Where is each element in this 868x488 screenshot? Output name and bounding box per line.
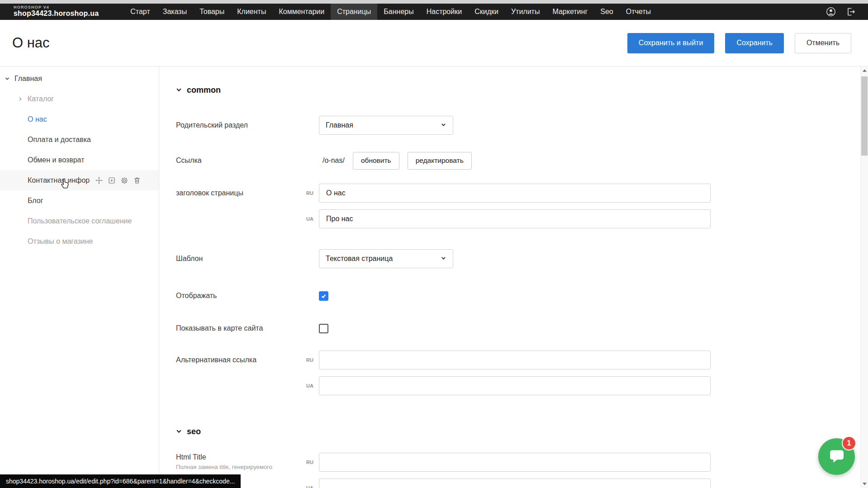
- chevron-down-icon: [176, 427, 182, 436]
- top-navigation-bar: HOROSHOP V4 shop34423.horoshop.ua Старт …: [0, 4, 868, 20]
- link-edit-button[interactable]: редактировать: [408, 152, 472, 170]
- sitemap-label: Показывать в карте сайта: [176, 324, 304, 332]
- page-title: О нас: [12, 35, 50, 51]
- page-title-group: заголовок страницы RU UA: [176, 184, 868, 228]
- template-select[interactable]: Текстовая страница: [319, 249, 453, 268]
- page-title-ua-input[interactable]: [319, 209, 711, 228]
- nav-item-utilities[interactable]: Утилиты: [505, 4, 546, 20]
- tree-item-actions: [95, 176, 141, 185]
- main-menu: Старт Заказы Товары Клиенты Комментарии …: [124, 4, 657, 20]
- html-title-ru-input[interactable]: [319, 453, 711, 472]
- tree-item-label: Контактная инфор: [28, 176, 90, 185]
- vertical-scrollbar[interactable]: [860, 66, 868, 488]
- link-row: Ссылка /o-nas/ обновить редактировать: [176, 151, 868, 170]
- alt-link-group: Альтернативная ссылка RU UA: [176, 351, 868, 395]
- nav-item-seo[interactable]: Seo: [594, 4, 619, 20]
- html-title-hint: Полная замена title, генерируемого: [176, 464, 304, 471]
- add-icon[interactable]: [108, 176, 116, 185]
- parent-section-row: Родительский раздел Главная: [176, 116, 868, 135]
- chevron-down-icon: [176, 85, 182, 95]
- tree-item-label: Каталог: [28, 95, 54, 103]
- section-title: common: [187, 85, 221, 95]
- section-seo-header[interactable]: seo: [176, 427, 868, 436]
- html-title-group: Html Title Полная замена title, генериру…: [176, 453, 868, 488]
- status-url-tooltip: shop34423.horoshop.ua/edit/edit.php?id=6…: [0, 474, 241, 488]
- save-and-exit-button[interactable]: Сохранить и выйти: [627, 33, 715, 53]
- scrollbar-thumb[interactable]: [861, 76, 868, 156]
- header-actions: Сохранить и выйти Сохранить Отменить: [627, 33, 851, 53]
- nav-item-comments[interactable]: Комментарии: [272, 4, 331, 20]
- alt-link-label: Альтернативная ссылка: [176, 356, 304, 364]
- lang-ua-badge: UA: [304, 216, 319, 222]
- tree-item-label: Обмен и возврат: [28, 156, 84, 164]
- page-title-label: заголовок страницы: [176, 189, 304, 197]
- topbar-right-controls: [825, 6, 856, 17]
- tree-item-label: Оплата и доставка: [28, 136, 91, 144]
- delete-icon[interactable]: [133, 176, 141, 185]
- brand-logo[interactable]: HOROSHOP V4 shop34423.horoshop.ua: [14, 5, 99, 17]
- section-title: seo: [187, 427, 201, 436]
- chevron-down-icon: [441, 121, 446, 129]
- display-row: Отображать: [176, 286, 868, 305]
- parent-section-label: Родительский раздел: [176, 121, 304, 129]
- content-area: Главная Каталог О нас Оплата и доставка …: [0, 66, 868, 488]
- scrollbar-down-arrow[interactable]: [861, 480, 868, 488]
- page-title-ru-input[interactable]: [319, 184, 711, 203]
- sidebar-item-katalog[interactable]: Каталог: [0, 89, 159, 109]
- nav-item-banners[interactable]: Баннеры: [377, 4, 420, 20]
- tree-item-label: Блог: [28, 197, 43, 205]
- sidebar-item-otzyvy-o-magazine[interactable]: Отзывы о магазине: [0, 231, 159, 251]
- sitemap-row: Показывать в карте сайта: [176, 319, 868, 338]
- nav-item-settings[interactable]: Настройки: [420, 4, 468, 20]
- settings-icon[interactable]: [120, 176, 128, 185]
- select-value: Текстовая страница: [326, 255, 393, 263]
- html-title-ua-input[interactable]: [319, 479, 711, 488]
- scrollbar-up-arrow[interactable]: [861, 66, 868, 75]
- save-button[interactable]: Сохранить: [725, 33, 784, 53]
- account-icon[interactable]: [825, 6, 836, 17]
- nav-item-pages[interactable]: Страницы: [331, 4, 377, 20]
- chat-bubble-icon: [828, 447, 846, 467]
- chat-widget-button[interactable]: 1: [818, 438, 855, 475]
- tree-item-label: Отзывы о магазине: [28, 237, 93, 246]
- sidebar-item-o-nas[interactable]: О нас: [0, 109, 159, 129]
- nav-item-orders[interactable]: Заказы: [157, 4, 193, 20]
- nav-item-products[interactable]: Товары: [193, 4, 231, 20]
- sidebar-item-polzovatelskoe-soglashenie[interactable]: Пользовательское соглашение: [0, 211, 159, 231]
- app-window: HOROSHOP V4 shop34423.horoshop.ua Старт …: [0, 0, 868, 488]
- alt-link-ru-input[interactable]: [319, 351, 711, 370]
- cancel-button[interactable]: Отменить: [795, 33, 851, 53]
- display-checkbox[interactable]: [319, 291, 328, 301]
- nav-item-start[interactable]: Старт: [124, 4, 156, 20]
- chevron-right-icon[interactable]: [18, 96, 28, 102]
- nav-item-clients[interactable]: Клиенты: [231, 4, 272, 20]
- move-icon[interactable]: [95, 176, 103, 185]
- shop-domain-label: shop34423.horoshop.ua: [14, 10, 99, 18]
- lang-ru-badge: RU: [304, 460, 319, 465]
- capture-edge-strip: [0, 0, 868, 4]
- sidebar-item-glavnaya[interactable]: Главная: [0, 68, 159, 89]
- link-refresh-button[interactable]: обновить: [353, 152, 399, 170]
- parent-section-select[interactable]: Главная: [319, 116, 453, 135]
- chevron-down-icon[interactable]: [5, 76, 14, 81]
- alt-link-ua-input[interactable]: [319, 376, 711, 395]
- nav-item-reports[interactable]: Отчеты: [620, 4, 657, 20]
- link-label: Ссылка: [176, 156, 304, 165]
- lang-ua-badge: UA: [304, 383, 319, 389]
- nav-item-discounts[interactable]: Скидки: [468, 4, 505, 20]
- sidebar-item-blog[interactable]: Блог: [0, 190, 159, 211]
- link-path-value: /o-nas/: [323, 156, 345, 165]
- pages-tree-sidebar: Главная Каталог О нас Оплата и доставка …: [0, 66, 159, 488]
- page-edit-form: common Родительский раздел Главная Ссылк…: [159, 66, 868, 488]
- html-title-label: Html Title: [176, 453, 304, 461]
- sitemap-checkbox[interactable]: [319, 324, 328, 333]
- nav-item-marketing[interactable]: Маркетинг: [546, 4, 594, 20]
- section-common-header[interactable]: common: [176, 85, 868, 95]
- sidebar-item-kontaktnaya-informatsiya[interactable]: Контактная инфор: [0, 170, 159, 190]
- logout-icon[interactable]: [845, 6, 856, 17]
- display-label: Отображать: [176, 292, 304, 300]
- lang-ru-badge: RU: [304, 357, 319, 363]
- tree-item-label: О нас: [28, 115, 47, 123]
- sidebar-item-obmen-i-vozvrat[interactable]: Обмен и возврат: [0, 150, 159, 170]
- sidebar-item-oplata-i-dostavka[interactable]: Оплата и доставка: [0, 129, 159, 150]
